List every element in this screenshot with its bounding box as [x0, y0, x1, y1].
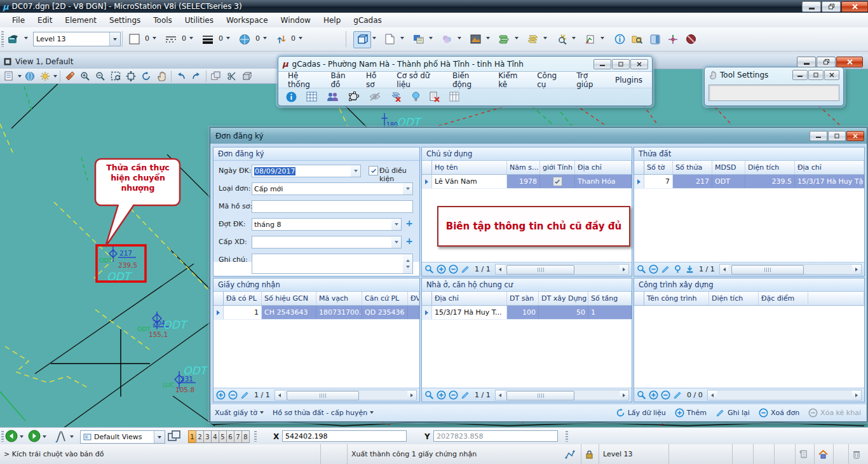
scroll-left-icon[interactable]: [496, 265, 505, 273]
edit-pencil-icon[interactable]: [461, 264, 470, 274]
row-selector[interactable]: [422, 175, 432, 188]
remove-row-icon[interactable]: [649, 264, 658, 274]
scroll-right-icon[interactable]: [620, 265, 628, 273]
row-selector[interactable]: [214, 306, 224, 319]
search-icon[interactable]: [637, 264, 646, 274]
h-scrollbar[interactable]: [707, 390, 862, 400]
h-scrollbar[interactable]: [719, 264, 862, 275]
cap-xd-add-icon[interactable]: +: [404, 236, 414, 247]
ghi-chu-field[interactable]: [252, 254, 413, 274]
col-so-tang[interactable]: Số tầng: [588, 292, 632, 305]
element-info-icon[interactable]: [611, 31, 628, 47]
scroll-left-icon[interactable]: [720, 265, 729, 273]
col-can-cu-pl[interactable]: Căn cứ PL: [362, 292, 408, 305]
cell-dt-san[interactable]: 100: [507, 306, 539, 319]
selection-scroll-icon[interactable]: [796, 444, 815, 464]
toolbar-grip[interactable]: [254, 431, 257, 442]
trash-icon[interactable]: [849, 444, 868, 464]
view-close-button[interactable]: [836, 57, 863, 67]
dialog-minimize-button[interactable]: [810, 131, 827, 141]
compass-pen-icon[interactable]: [55, 430, 67, 442]
raster-manager-icon[interactable]: [467, 31, 484, 47]
cell-can-cu-pl[interactable]: QD 235436: [362, 306, 408, 319]
document-icon[interactable]: [381, 31, 398, 47]
nha-o-row[interactable]: 15/3/17 Hà Huy T... 100 50 1: [422, 306, 632, 320]
gcadas-menu-co-so-du-lieu[interactable]: Cơ sở dữ liệu: [392, 70, 445, 90]
fit-view-icon[interactable]: [124, 70, 138, 82]
h-scrollbar[interactable]: [495, 390, 629, 400]
panel-icon[interactable]: [647, 31, 663, 47]
col-ma-vach[interactable]: Mã vạch: [316, 292, 362, 305]
gender-checkbox[interactable]: [553, 177, 562, 186]
cell-dia-chi-nha[interactable]: 15/3/17 Hà Huy T...: [432, 306, 507, 319]
info-icon[interactable]: [286, 92, 297, 102]
copy-view-icon[interactable]: [209, 70, 223, 82]
scroll-right-icon[interactable]: [852, 391, 861, 399]
remove-row-icon[interactable]: [228, 390, 238, 400]
active-level-status[interactable]: Level 13: [599, 444, 669, 464]
hide-eye-icon[interactable]: [369, 92, 381, 101]
dialog-close-button[interactable]: [846, 131, 864, 141]
view-attributes-icon[interactable]: [3, 70, 17, 82]
col-dv[interactable]: ĐV: [408, 292, 419, 305]
scroll-right-icon[interactable]: [620, 391, 628, 399]
adjust-brightness-icon[interactable]: [38, 70, 52, 82]
dot-dk-add-icon[interactable]: +: [404, 218, 414, 229]
markup-icon[interactable]: [581, 31, 598, 47]
document-delete-icon[interactable]: [430, 92, 440, 102]
col-so-thua[interactable]: Số thửa: [673, 161, 712, 174]
col-dt-xay-dung[interactable]: DT xây Dựng: [539, 292, 588, 305]
window-area-icon[interactable]: [109, 70, 123, 82]
references-icon[interactable]: [410, 31, 426, 47]
x-coordinate-input[interactable]: [282, 430, 407, 442]
cell-gioi-tinh[interactable]: [540, 175, 575, 188]
menu-window[interactable]: Window: [275, 14, 316, 27]
view-previous-button[interactable]: [5, 430, 18, 442]
tool-settings-restore-button[interactable]: [808, 70, 824, 80]
toolbar-grip[interactable]: [1, 31, 4, 47]
update-view-icon[interactable]: [63, 70, 77, 82]
close-button[interactable]: [841, 1, 868, 12]
col-dt-san[interactable]: DT sàn: [507, 292, 539, 305]
cell-ma-vach[interactable]: 180731700...: [316, 306, 362, 319]
view-next-icon[interactable]: [189, 70, 203, 82]
snap-mode-icon[interactable]: [561, 444, 581, 464]
col-so-to[interactable]: Số tờ: [644, 161, 673, 174]
menu-element[interactable]: Element: [59, 14, 102, 27]
references-caret[interactable]: [429, 37, 433, 39]
gcadas-menu-ho-so[interactable]: Hồ sơ: [362, 70, 390, 90]
ngay-dk-caret[interactable]: [351, 165, 360, 177]
zoom-in-icon[interactable]: [78, 70, 92, 82]
them-button[interactable]: Thêm: [675, 408, 707, 418]
minimize-button[interactable]: [802, 1, 821, 12]
users-icon[interactable]: [327, 92, 339, 102]
y-coordinate-input[interactable]: [433, 430, 558, 442]
level-manager-icon[interactable]: [524, 31, 541, 47]
scroll-left-icon[interactable]: [708, 391, 717, 399]
level-combo-caret[interactable]: [109, 32, 120, 46]
edit-pencil-icon[interactable]: [661, 264, 670, 274]
xoa-ke-khai-button[interactable]: Xóa kê khai: [808, 408, 861, 418]
view-previous-caret[interactable]: [20, 435, 24, 438]
col-nam-sinh[interactable]: Năm s...: [507, 161, 540, 174]
col-dia-chi[interactable]: Địa chỉ: [575, 161, 632, 174]
remove-row-icon[interactable]: [661, 390, 670, 400]
line-weight-caret[interactable]: [226, 37, 230, 39]
xuat-giay-to-menu[interactable]: Xuất giấy tờ: [215, 409, 264, 417]
scroll-thumb[interactable]: [506, 265, 574, 275]
cell-mdsd[interactable]: ODT: [712, 175, 745, 188]
home-icon[interactable]: [815, 444, 834, 464]
cell-ho-ten[interactable]: Lê Văn Nam: [432, 175, 507, 188]
line-style-caret[interactable]: [189, 37, 193, 39]
restore-button[interactable]: [822, 1, 841, 12]
gcadas-close-button[interactable]: [630, 59, 648, 69]
point-cloud-icon[interactable]: [438, 31, 455, 47]
h-scrollbar[interactable]: [275, 390, 417, 400]
gcadas-menu-he-thong[interactable]: Hệ thống: [283, 70, 323, 90]
markup-caret[interactable]: [600, 37, 604, 39]
priority-caret[interactable]: [299, 37, 302, 39]
clip-volume-icon[interactable]: [224, 70, 238, 82]
chu-su-dung-row[interactable]: Lê Văn Nam 1978 Thanh Hóa: [422, 175, 632, 189]
cell-da-co-pl[interactable]: 1: [224, 306, 262, 319]
saved-views-combo[interactable]: Default Views: [80, 430, 165, 444]
